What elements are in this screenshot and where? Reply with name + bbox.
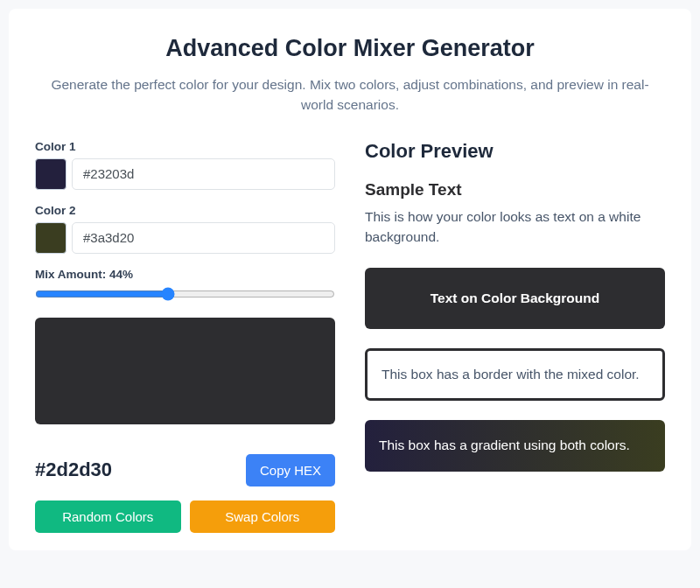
color2-hex-input[interactable] — [72, 222, 335, 254]
mixed-color-preview — [35, 318, 335, 424]
controls-column: Color 1 Color 2 Mix Amount: 44% #2d2d30 … — [35, 140, 335, 533]
main-container: Advanced Color Mixer Generator Generate … — [9, 9, 691, 550]
color1-hex-input[interactable] — [72, 158, 335, 190]
color2-label: Color 2 — [35, 204, 335, 217]
border-sample-box: This box has a border with the mixed col… — [365, 348, 665, 401]
sample-text-paragraph: This is how your color looks as text on … — [365, 206, 665, 248]
copy-hex-button[interactable]: Copy HEX — [246, 454, 335, 486]
random-colors-button[interactable]: Random Colors — [35, 500, 181, 533]
page-subtitle: Generate the perfect color for your desi… — [35, 74, 665, 116]
color2-swatch[interactable] — [35, 222, 66, 254]
preview-column: Color Preview Sample Text This is how yo… — [365, 140, 665, 533]
gradient-sample-box: This box has a gradient using both color… — [365, 420, 665, 471]
mix-amount-label: Mix Amount: 44% — [35, 268, 335, 281]
mix-amount-slider[interactable] — [35, 286, 335, 302]
text-on-color-box: Text on Color Background — [365, 268, 665, 329]
color1-label: Color 1 — [35, 140, 335, 153]
result-hex-value: #2d2d30 — [35, 458, 112, 481]
sample-text-title: Sample Text — [365, 180, 665, 200]
preview-heading: Color Preview — [365, 140, 665, 163]
swap-colors-button[interactable]: Swap Colors — [190, 500, 336, 533]
color1-swatch[interactable] — [35, 158, 66, 190]
page-title: Advanced Color Mixer Generator — [35, 35, 665, 62]
